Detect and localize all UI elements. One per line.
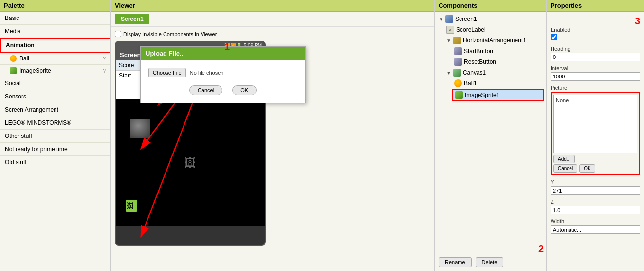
component-bottom-buttons: Rename Delete xyxy=(435,253,546,271)
width-input[interactable] xyxy=(551,225,640,234)
score-label-icon: A xyxy=(446,26,454,34)
comp-canvas1[interactable]: ▼ Canvas1 xyxy=(444,67,544,78)
screen1-expand-icon: ▼ xyxy=(439,17,443,22)
ball-icon xyxy=(10,55,17,62)
palette-panel: Palette Basic Media Animation Ball ? Ima… xyxy=(0,0,111,271)
palette-old-stuff[interactable]: Old stuff xyxy=(0,156,110,169)
components-header: Components xyxy=(435,0,546,12)
palette-animation-section[interactable]: Animation xyxy=(0,38,110,53)
sprite1-label: ImageSprite1 xyxy=(465,92,499,98)
invisible-components-checkbox[interactable] xyxy=(115,31,121,37)
z-input[interactable] xyxy=(551,206,640,214)
z-label: Z xyxy=(551,199,640,205)
y-input[interactable] xyxy=(551,186,640,195)
comp-screen1[interactable]: ▼ Screen1 xyxy=(437,14,544,24)
palette-other-stuff[interactable]: Other stuff xyxy=(0,130,110,143)
start-button-icon xyxy=(454,47,462,55)
ball-help-icon[interactable]: ? xyxy=(103,56,106,61)
canvas1-icon xyxy=(453,69,461,77)
heading-label: Heading xyxy=(551,46,640,52)
badge-1: 1 xyxy=(224,41,230,53)
picture-ok-cancel-row: Cancel OK xyxy=(553,164,637,173)
upload-dialog-title: Upload File... xyxy=(141,47,305,60)
sprite-help-icon[interactable]: ? xyxy=(103,68,106,74)
horiz1-icon xyxy=(453,37,461,44)
palette-basic[interactable]: Basic xyxy=(0,12,110,25)
palette-imagesprite[interactable]: ImageSprite ? xyxy=(0,65,110,77)
canvas-sprite-center: 🖼 xyxy=(184,156,196,170)
screen1-button[interactable]: Screen1 xyxy=(115,14,149,24)
canvas-sprite-bottom: 🖼 xyxy=(126,200,137,212)
invisible-components-label: Display Invisible Components in Viewer xyxy=(123,31,217,37)
heading-prop: Heading xyxy=(551,46,640,61)
enabled-checkbox[interactable] xyxy=(551,34,557,40)
comp-score-label[interactable]: A ScoreLabel xyxy=(444,24,544,35)
upload-cancel-button[interactable]: Cancel xyxy=(189,85,222,95)
screen1-label: Screen1 xyxy=(455,16,477,22)
y-label: Y xyxy=(551,179,640,185)
no-file-text: No file chosen xyxy=(190,70,224,76)
comp-start-button[interactable]: StartButton xyxy=(452,46,544,57)
phone-canvas: 🖼 🖼 xyxy=(116,99,265,226)
interval-prop: Interval xyxy=(551,65,640,81)
sprite-icon xyxy=(10,67,17,74)
dialog-buttons: Cancel OK xyxy=(148,85,297,95)
rename-button[interactable]: Rename xyxy=(439,257,472,267)
palette-ball[interactable]: Ball ? xyxy=(0,53,110,65)
reset-button-label: ResetButton xyxy=(464,58,496,65)
palette-sensors[interactable]: Sensors xyxy=(0,90,110,103)
canvas-ball xyxy=(130,119,150,138)
heading-input[interactable] xyxy=(551,53,640,61)
upload-dialog: Upload File... Choose File No file chose… xyxy=(140,46,306,103)
viewer-header: Viewer xyxy=(111,0,434,12)
score-label-text: ScoreLabel xyxy=(456,26,486,33)
comp-reset-button[interactable]: ResetButton xyxy=(452,57,544,67)
picture-cancel-button[interactable]: Cancel xyxy=(553,164,577,173)
svg-text:🖼: 🖼 xyxy=(127,202,133,210)
badge-2: 2 xyxy=(538,243,544,254)
upload-ok-button[interactable]: OK xyxy=(232,85,257,95)
upload-dialog-body: Choose File No file chosen Cancel OK xyxy=(141,60,305,103)
palette-media[interactable]: Media xyxy=(0,25,110,38)
palette-social[interactable]: Social xyxy=(0,77,110,90)
viewer-panel: Viewer Screen1 Display Invisible Compone… xyxy=(111,0,435,271)
canvas1-label: Canvas1 xyxy=(463,69,486,76)
picture-none-text: None xyxy=(556,97,569,103)
delete-button[interactable]: Delete xyxy=(476,257,504,267)
palette-imagesprite-label: ImageSprite xyxy=(19,67,51,74)
palette-header: Palette xyxy=(0,0,110,12)
reset-button-icon xyxy=(454,58,462,66)
z-prop: Z xyxy=(551,199,640,214)
y-prop: Y xyxy=(551,179,640,195)
properties-header: Properties xyxy=(547,0,644,12)
file-row: Choose File No file chosen xyxy=(148,68,297,77)
components-panel: Components ▼ Screen1 A ScoreLabel ▼ Hori… xyxy=(435,0,547,271)
add-button[interactable]: Add... xyxy=(553,155,575,163)
palette-lego[interactable]: LEGO® MINDSTORMS® xyxy=(0,116,110,130)
picture-ok-button[interactable]: OK xyxy=(579,164,595,173)
palette-not-ready[interactable]: Not ready for prime time xyxy=(0,143,110,156)
picture-prop: Picture None Add... Cancel OK xyxy=(551,85,640,175)
ball1-icon xyxy=(454,79,462,87)
comp-imagesprite1[interactable]: ImageSprite1 xyxy=(452,89,544,101)
picture-box: None Add... Cancel OK xyxy=(551,92,640,175)
picture-buttons: Add... xyxy=(553,155,637,163)
component-tree: ▼ Screen1 A ScoreLabel ▼ HorizontalArran… xyxy=(435,12,546,253)
choose-file-button[interactable]: Choose File xyxy=(148,68,186,77)
screen1-icon xyxy=(445,15,453,23)
viewer-toolbar: Screen1 xyxy=(111,12,434,27)
invisible-components-row: Display Invisible Components in Viewer xyxy=(115,31,217,37)
width-label: Width xyxy=(551,218,640,224)
horiz1-expand-icon: ▼ xyxy=(446,38,451,43)
enabled-prop: Enabled xyxy=(551,27,640,42)
picture-label: Picture xyxy=(551,85,640,91)
comp-horiz1[interactable]: ▼ HorizontalArrangement1 xyxy=(444,35,544,46)
picture-inner: None xyxy=(553,95,637,153)
canvas1-expand-icon: ▼ xyxy=(446,70,451,76)
palette-screen-arrangement[interactable]: Screen Arrangement xyxy=(0,103,110,116)
interval-input[interactable] xyxy=(551,72,640,81)
badge-3: 3 xyxy=(635,16,640,27)
comp-ball1[interactable]: Ball1 xyxy=(452,78,544,89)
sprite1-icon xyxy=(455,91,463,99)
phone-start-label: Start xyxy=(119,72,131,79)
